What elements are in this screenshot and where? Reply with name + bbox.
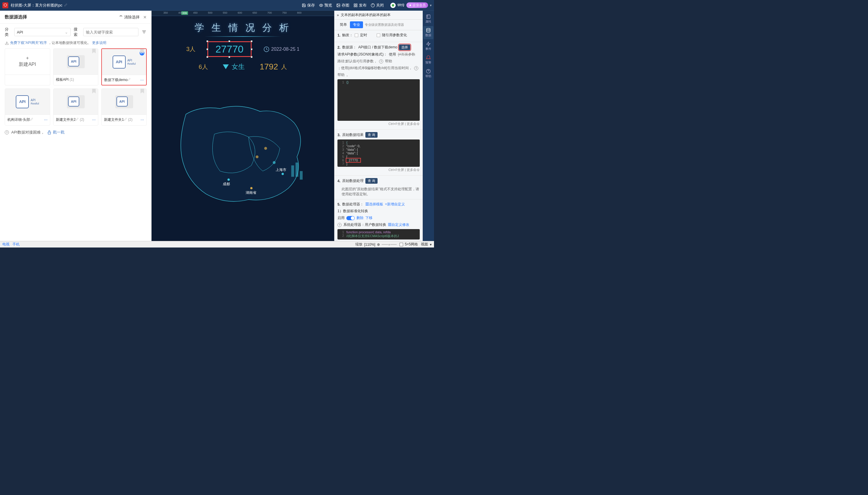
section-raw-process: 4. 原始数据处理 查 询 此图层的"原始数据结果"格式不支持处理配置，请使用处…	[334, 176, 423, 200]
zoom-reset-icon[interactable]: ⊕	[377, 242, 380, 246]
card-more-icon[interactable]: ⋯	[92, 118, 96, 122]
svg-point-19	[427, 28, 430, 29]
close-panel-icon[interactable]: ✕	[143, 15, 147, 20]
download-gateway-link[interactable]: 免费下载"API网关"程序	[10, 40, 47, 46]
clock-icon	[263, 46, 269, 52]
poke-button[interactable]: 戳一戳	[47, 130, 64, 135]
svg-rect-17	[300, 171, 303, 180]
mode-pro-tab[interactable]: 专业	[350, 21, 363, 28]
edit-icon[interactable]	[76, 118, 79, 121]
search-input[interactable]	[83, 28, 138, 36]
svg-point-12	[264, 147, 267, 150]
page-title: 柱状图-大屏： 直方分析图的pc	[11, 3, 67, 8]
chevron-down-icon[interactable]: ▾	[430, 3, 432, 7]
category-select[interactable]: API ⌄	[14, 28, 71, 36]
folder-1-card[interactable]: API 新建文件夹1 (2) ⋯	[101, 88, 147, 125]
help-icon[interactable]: ?	[338, 223, 342, 227]
device-mobile[interactable]: 手机	[13, 242, 20, 247]
svg-point-0	[321, 5, 322, 6]
data-download-demo-card[interactable]: ✓ API APIRestful 数据下载demo ⋯	[101, 48, 147, 85]
publish-button[interactable]: 发布	[354, 3, 366, 8]
svg-rect-16	[296, 163, 298, 177]
processor-editor[interactable]: 1function processor( data, refda 2//此脚本仅…	[338, 229, 420, 239]
design-canvas[interactable]: 339 350400450500550600650700750800 学 生 情…	[151, 11, 334, 241]
category-label: 分类	[5, 27, 11, 37]
svg-point-13	[256, 155, 259, 158]
svg-rect-4	[356, 3, 357, 5]
add-custom-link[interactable]: +新增自定义	[385, 202, 405, 207]
param-change-checkbox[interactable]	[377, 34, 380, 37]
svg-point-11	[282, 173, 284, 175]
clear-selection-button[interactable]: 清除选择	[119, 15, 140, 20]
svg-rect-3	[354, 3, 355, 5]
more-info-link[interactable]: 更多说明	[92, 40, 107, 46]
section-raw-result: 3. 原始数据结果 查 询 1{ 2 "code": 0, 3 "data": …	[334, 130, 423, 176]
card-more-icon[interactable]: ⋯	[44, 118, 48, 122]
export-image-button[interactable]: 存图	[336, 3, 349, 8]
collapse-panel-icon[interactable]: »	[337, 13, 339, 17]
search-label: 搜索	[74, 27, 80, 37]
china-map[interactable]: 成都 湖南省 上海市	[158, 70, 328, 238]
side-tab-strip: 属性 数据 事件 预警 帮助	[423, 11, 434, 241]
raw-result-viewer[interactable]: 1{ 2 "code": 0, 3 "data": { 4 "data": [ …	[338, 139, 420, 167]
stat-unit: 3人	[186, 45, 195, 53]
tab-help[interactable]: 帮助	[423, 67, 433, 80]
member-badge: 企业会员	[406, 2, 428, 8]
edit-icon[interactable]	[128, 78, 131, 81]
folder-2-card[interactable]: API 新建文件夹2 (2) ⋯	[53, 88, 99, 125]
move-down-link[interactable]: 下移	[365, 216, 373, 221]
new-api-card[interactable]: + 新建API	[5, 48, 50, 85]
preview-button[interactable]: 预览	[319, 3, 332, 8]
help-icon[interactable]: ?	[414, 66, 418, 70]
query-button[interactable]: 查 询	[365, 132, 378, 138]
download-tip: 免费下载"API网关"程序 ，让本地数据快速可视化。 更多说明	[0, 40, 151, 48]
editor-footer[interactable]: Ctrl+F全屏 | 更多命令	[338, 121, 420, 127]
enable-toggle[interactable]	[346, 216, 355, 220]
card-more-icon[interactable]: ⋯	[140, 78, 144, 82]
tab-alert[interactable]: 预警	[423, 53, 433, 67]
view-menu[interactable]: 视图	[421, 242, 428, 247]
card-more-icon[interactable]: ⋯	[141, 118, 144, 122]
selected-text-element[interactable]: 27770	[207, 41, 251, 57]
template-api-card[interactable]: API 模板API (1)	[53, 48, 99, 85]
panel-title: 数据源选择	[5, 14, 27, 20]
grid-toggle[interactable]: 5×5网格	[399, 242, 418, 247]
close-button[interactable]: 关闭	[371, 3, 384, 8]
select-template-link[interactable]: ☰选择模板	[365, 202, 383, 207]
custom-edit-link[interactable]: ☰自定义修改	[388, 222, 409, 227]
dashboard-title: 学 生 情 况 分 析	[151, 21, 334, 34]
choose-datasource-button[interactable]: 选择	[399, 45, 410, 50]
svg-point-2	[338, 4, 338, 5]
save-button[interactable]: 保存	[302, 3, 315, 8]
edit-icon[interactable]	[124, 118, 127, 121]
edit-title-icon[interactable]	[64, 3, 67, 7]
svg-rect-15	[291, 165, 294, 176]
map-label-chengdu: 成都	[223, 182, 230, 186]
editor-footer[interactable]: Ctrl+F全屏 | 更多命令	[338, 167, 420, 173]
query-button[interactable]: 查 询	[365, 178, 378, 184]
help-icon[interactable]: ?	[5, 130, 9, 134]
tab-events[interactable]: 事件	[423, 40, 433, 53]
timer-checkbox[interactable]	[355, 34, 358, 37]
sort-button[interactable]	[142, 29, 147, 35]
tab-attributes[interactable]: 属性	[423, 13, 433, 25]
toolbar-actions: 保存 预览 存图 发布 关闭 钟传 企业会员 ▾	[302, 2, 432, 8]
mode-simple-tab[interactable]: 简单	[337, 21, 350, 28]
zoom-control[interactable]: 缩放 [110%] ⊕ ━━━●━━━	[355, 242, 396, 247]
org-detail-card[interactable]: API APIRestful 机构详细-头部 ⋯	[5, 88, 50, 125]
delete-link[interactable]: 删除	[357, 216, 364, 221]
map-label-shanghai: 上海市	[276, 168, 286, 172]
device-tv[interactable]: 电视	[2, 242, 10, 247]
tab-data[interactable]: 数据	[423, 26, 433, 39]
help-icon[interactable]: ?	[379, 59, 383, 64]
avatar	[390, 3, 396, 8]
map-label-hunan: 湖南省	[246, 191, 256, 194]
section-trigger: 1. 触发： 定时 随引用参数变化	[334, 30, 423, 42]
status-bar: 电视 手机 缩放 [110%] ⊕ ━━━●━━━ 5×5网格 视图 ▾	[0, 241, 434, 248]
edit-icon[interactable]	[30, 118, 33, 121]
api-params-editor[interactable]: 1{}	[338, 79, 420, 121]
svg-point-14	[273, 161, 276, 164]
datasource-panel: 数据源选择 清除选择 ✕ 分类 API ⌄ 搜索 免费下载"API网	[0, 11, 151, 241]
user-badge[interactable]: 钟传 企业会员 ▾	[390, 2, 432, 8]
svg-rect-18	[427, 15, 430, 18]
